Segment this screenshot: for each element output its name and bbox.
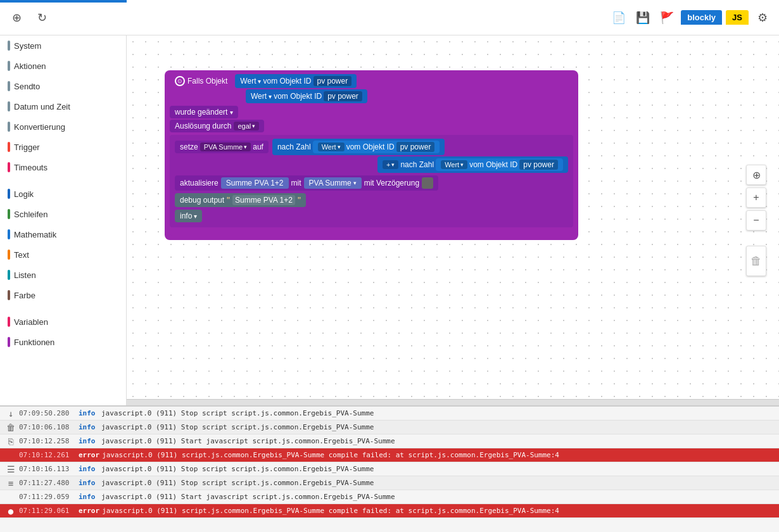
pv-power-3: pv power	[396, 142, 435, 152]
vom-objekt-id-label-1: vom Objekt ID	[263, 77, 311, 86]
target-center-button[interactable]: ⊕	[746, 165, 766, 185]
target-icon[interactable]: ⊕	[6, 8, 27, 28]
sidebar-item-listen[interactable]: Listen	[0, 265, 126, 285]
sidebar-item-farbe[interactable]: Farbe	[0, 285, 126, 305]
falls-objekt-label: Falls Objekt	[187, 77, 227, 86]
blockly-tab[interactable]: blockly	[681, 10, 722, 25]
log-time-5: 07:11:27.480	[19, 479, 76, 487]
sidebar-item-trigger[interactable]: Trigger	[0, 137, 126, 157]
log-message-5: javascript.0 (911) Stop script script.js…	[101, 479, 776, 487]
zoom-controls: ⊕ + − 🗑	[746, 165, 766, 276]
log-row-4: ☰ 07:10:16.113 info javascript.0 (911) S…	[0, 462, 779, 476]
debug-output-label: debug output	[180, 196, 224, 205]
sidebar-item-konvertierung[interactable]: Konvertierung	[0, 117, 126, 137]
sidebar-item-text[interactable]: Text	[0, 244, 126, 265]
pva-summe-label: PVA Summe	[204, 143, 243, 151]
info-label: info	[180, 212, 192, 220]
save-icon[interactable]: 💾	[633, 8, 653, 28]
block-workspace: ⊙ Falls Objekt Wert ▾ vom Objekt ID pv p…	[165, 70, 578, 240]
left-tools: ⊕ ↻	[6, 8, 52, 28]
summe-pva-label: Summe PVA 1+2	[221, 177, 289, 189]
canvas-scrollbar[interactable]	[127, 399, 779, 405]
row-aktualisiere: aktualisiere Summe PVA 1+2 mit PVA Summe…	[175, 175, 568, 191]
sidebar-item-aktionen[interactable]: Aktionen	[0, 56, 126, 76]
vom-objekt-id-3: vom Objekt ID	[346, 142, 395, 151]
sidebar-item-timeouts[interactable]: Timeouts	[0, 157, 126, 177]
falls-objekt-block[interactable]: ⊙ Falls Objekt Wert ▾ vom Objekt ID pv p…	[165, 70, 578, 240]
plus-label: +	[386, 161, 390, 168]
log-row-3: 07:10:12.261 error javascript.0 (911) sc…	[0, 448, 779, 462]
settings-icon[interactable]: ⚙	[752, 8, 773, 28]
mit-label: mit	[291, 179, 301, 187]
egal-label: egal	[238, 122, 251, 130]
log-row-2: ⎘ 07:10:12.258 info javascript.0 (911) S…	[0, 434, 779, 448]
log-panel: ↓ 07:09:50.280 info javascript.0 (911) S…	[0, 405, 779, 532]
sidebar-item-sendto[interactable]: Sendto	[0, 76, 126, 96]
auf-label: auf	[253, 142, 263, 151]
log-row-7: ● 07:11:29.061 error javascript.0 (911) …	[0, 504, 779, 518]
log-icon-1: 🗑	[3, 422, 19, 433]
wert-label-1: Wert	[240, 77, 256, 86]
pva-summe-dropdown[interactable]: PVA Summe	[309, 179, 352, 187]
log-time-0: 07:09:50.280	[19, 409, 76, 417]
log-message-3: javascript.0 (911) script.js.common.Erge…	[102, 451, 776, 459]
sidebar-item-mathematik[interactable]: Mathematik	[0, 224, 126, 244]
log-time-4: 07:10:16.113	[19, 465, 76, 473]
nach-zahl-2: nach Zahl	[400, 160, 434, 169]
auslosung-label: Auslösung durch	[175, 122, 231, 130]
setze-label: setze	[180, 142, 198, 151]
log-row-0: ↓ 07:09:50.280 info javascript.0 (911) S…	[0, 407, 779, 421]
trash-button[interactable]: 🗑	[746, 246, 766, 276]
log-icon-5: ≡	[3, 478, 19, 488]
summe-pva-str: Summe PVA 1+2	[232, 195, 295, 205]
log-message-7: javascript.0 (911) script.js.common.Erge…	[102, 507, 776, 515]
log-level-7: error	[76, 507, 102, 515]
flag-icon[interactable]: 🚩	[657, 8, 677, 28]
log-level-2: info	[76, 437, 101, 445]
canvas-area[interactable]: ⊙ Falls Objekt Wert ▾ vom Objekt ID pv p…	[127, 35, 779, 405]
new-file-icon[interactable]: 📄	[609, 8, 629, 28]
log-time-1: 07:10:06.108	[19, 423, 76, 431]
zoom-in-button[interactable]: +	[746, 187, 766, 208]
pv-power-1: pv power	[314, 76, 352, 86]
row-debug: debug output " Summe PVA 1+2 "	[175, 193, 568, 207]
sidebar-item-variablen[interactable]: Variablen	[0, 312, 126, 332]
sidebar-item-system[interactable]: System	[0, 35, 126, 56]
log-icon-7: ●	[3, 506, 19, 516]
log-time-7: 07:11:29.061	[19, 507, 76, 515]
wurde-geandert-label: wurde geändert	[175, 108, 227, 117]
log-message-6: javascript.0 (911) Start javascript scri…	[101, 493, 776, 501]
sidebar-item-funktionen[interactable]: Funktionen	[0, 332, 126, 352]
row-plus: + ▾ nach Zahl Wert ▾ vom Objekt ID pv	[175, 156, 568, 173]
refresh-icon[interactable]: ↻	[32, 8, 52, 28]
log-icon-2: ⎘	[3, 436, 19, 446]
log-icon-0: ↓	[3, 408, 19, 419]
log-row-5: ≡ 07:11:27.480 info javascript.0 (911) S…	[0, 476, 779, 490]
row-wert-2: Wert ▾ vom Objekt ID pv power	[170, 89, 573, 103]
mit-verzogerung-label: mit Verzögerung	[364, 179, 419, 187]
log-time-2: 07:10:12.258	[19, 437, 76, 445]
sidebar-item-logik[interactable]: Logik	[0, 184, 126, 204]
row-auslosung: Auslösung durch egal ▾	[170, 120, 573, 132]
nach-zahl-1: nach Zahl	[277, 142, 311, 151]
sidebar-item-datum[interactable]: Datum und Zeit	[0, 96, 126, 117]
log-message-2: javascript.0 (911) Start javascript scri…	[101, 437, 776, 445]
log-level-1: info	[76, 423, 101, 431]
log-row-6: 07:11:29.059 info javascript.0 (911) Sta…	[0, 490, 779, 504]
zoom-out-button[interactable]: −	[746, 210, 766, 231]
log-icon-4: ☰	[3, 464, 19, 474]
logo-bar	[0, 0, 127, 3]
log-time-6: 07:11:29.059	[19, 493, 76, 501]
aktualisiere-label: aktualisiere	[180, 179, 218, 187]
right-tools: 📄 💾 🚩 blockly JS ⚙	[609, 8, 773, 28]
js-tab[interactable]: JS	[726, 10, 749, 25]
row-setze: setze PVA Summe ▾ auf nach Zahl	[175, 139, 568, 155]
sidebar-item-schleifen[interactable]: Schleifen	[0, 204, 126, 224]
toolbar: ⊕ ↻ 📄 💾 🚩 blockly JS ⚙	[0, 0, 779, 35]
log-level-6: info	[76, 493, 101, 501]
log-message-0: javascript.0 (911) Stop script script.js…	[101, 409, 776, 417]
pv-power-2: pv power	[324, 91, 362, 101]
row-wurde-geandert: wurde geändert ▾	[170, 106, 573, 118]
sidebar: System Aktionen Sendto Datum und Zeit Ko…	[0, 35, 127, 405]
do-section: setze PVA Summe ▾ auf nach Zahl	[170, 135, 573, 227]
